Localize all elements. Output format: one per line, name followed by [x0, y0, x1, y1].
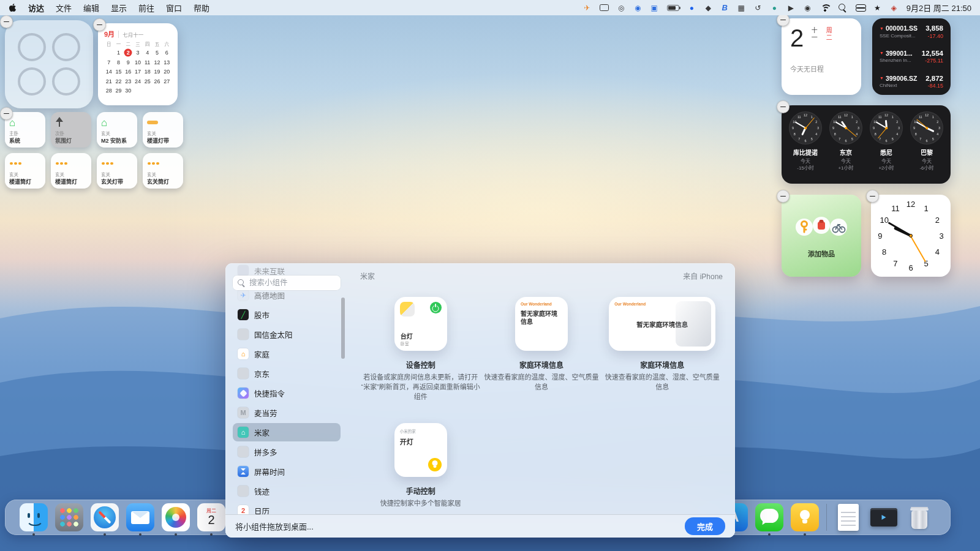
- remove-widget-button[interactable]: [777, 13, 790, 26]
- screen-mirroring-icon[interactable]: ◎: [617, 3, 625, 13]
- bitwarden-icon[interactable]: B: [721, 3, 729, 13]
- stock-row[interactable]: ▼399001...Shenzhen In...12,554-275.11: [880, 50, 943, 64]
- calendar-day[interactable]: 23: [123, 77, 133, 86]
- world-clock[interactable]: 123456789101112东京今天+1小时: [826, 111, 865, 178]
- calendar-day[interactable]: 2: [123, 48, 133, 58]
- search-input[interactable]: [249, 279, 336, 287]
- dock-calendar[interactable]: 周二2: [197, 503, 225, 531]
- calendar-day[interactable]: 22: [114, 77, 124, 86]
- dock-finder[interactable]: [20, 503, 48, 531]
- dock-trash[interactable]: [905, 503, 933, 531]
- calendar-day[interactable]: 5: [153, 48, 162, 58]
- sidebar-item[interactable]: 拼多多: [233, 443, 341, 461]
- world-clock-widget[interactable]: 123456789101112库比提诺今天-15小时12345678910111…: [782, 105, 951, 184]
- account-icon[interactable]: ◉: [804, 3, 812, 13]
- dock-safari[interactable]: [91, 503, 119, 531]
- menubar-menu[interactable]: 前往: [138, 2, 154, 13]
- remove-widget-button[interactable]: [93, 18, 106, 31]
- calendar-day[interactable]: 6: [162, 48, 172, 58]
- remove-widget-button[interactable]: [777, 100, 790, 113]
- calendar-day[interactable]: 20: [162, 67, 172, 77]
- menubar-menu[interactable]: 显示: [111, 2, 127, 13]
- calendar-day[interactable]: 3: [133, 48, 143, 58]
- calendar-day[interactable]: 21: [104, 77, 114, 86]
- dock-photos[interactable]: [162, 503, 190, 531]
- env-info-wide-widget-preview[interactable]: Our Wonderland 暂无家庭环境信息: [609, 297, 715, 351]
- calendar-day[interactable]: 19: [153, 67, 162, 77]
- calendar-day[interactable]: 25: [143, 77, 153, 86]
- home-tile[interactable]: 玄关楼道筒灯: [51, 153, 91, 189]
- scene-widget-preview[interactable]: 小米的家 开灯: [394, 423, 447, 477]
- done-button[interactable]: 完成: [685, 517, 725, 535]
- menubar-menu[interactable]: 编辑: [83, 2, 99, 13]
- world-clock[interactable]: 123456789101112巴黎今天-6小时: [907, 111, 946, 178]
- remove-widget-button[interactable]: [777, 190, 790, 203]
- remove-widget-button[interactable]: [866, 190, 879, 203]
- today-calendar-widget[interactable]: 2 十一 周二 今天无日程: [782, 18, 861, 95]
- vm-window-icon[interactable]: ▣: [650, 3, 658, 13]
- window-grid-icon[interactable]: ▦: [737, 3, 745, 13]
- calendar-day[interactable]: 13: [162, 58, 172, 67]
- env-info-widget-preview[interactable]: Our Wonderland 暂无家庭环境信息: [515, 297, 568, 351]
- sidebar-item[interactable]: 2日历: [233, 501, 341, 514]
- calendar-day[interactable]: 16: [123, 67, 133, 77]
- calendar-day[interactable]: 4: [143, 48, 153, 58]
- display-icon[interactable]: [600, 4, 609, 11]
- control-center-icon[interactable]: [856, 4, 865, 12]
- menubar-menu[interactable]: 窗口: [166, 2, 182, 13]
- telegram-icon[interactable]: ✈: [583, 3, 591, 13]
- star-icon[interactable]: ★: [873, 3, 881, 13]
- docker-icon[interactable]: ●: [688, 3, 696, 13]
- calendar-day[interactable]: 9: [123, 58, 133, 67]
- home-tile[interactable]: 玄关玄关灯带: [97, 153, 137, 189]
- calendar-day[interactable]: 12: [153, 58, 162, 67]
- apps-grid-icon[interactable]: ◈: [890, 3, 898, 13]
- play-icon[interactable]: ▶: [787, 3, 795, 13]
- analog-clock-widget[interactable]: 123456789101112: [871, 195, 951, 277]
- calendar-day[interactable]: 7: [104, 58, 114, 67]
- dock-screenshot[interactable]: [870, 503, 898, 531]
- home-scenes-widget[interactable]: [5, 20, 93, 108]
- calendar-day[interactable]: 27: [162, 77, 172, 86]
- sidebar-item[interactable]: 屏幕时间: [233, 462, 341, 481]
- home-tile[interactable]: 玄关楼道筒灯: [5, 153, 45, 189]
- world-clock[interactable]: 123456789101112悉尼今天+2小时: [867, 111, 906, 178]
- dock-notes[interactable]: [791, 503, 819, 531]
- calendar-day[interactable]: 15: [114, 67, 124, 77]
- stock-row[interactable]: ▼399006.SZChiNext2,872-84.15: [880, 75, 943, 89]
- calendar-day[interactable]: 26: [153, 77, 162, 86]
- home-tile[interactable]: ⌂玄关M2 安防系: [97, 112, 137, 148]
- calendar-day[interactable]: 14: [104, 67, 114, 77]
- sidebar-item[interactable]: 未来互联: [233, 266, 341, 276]
- menubar-menu[interactable]: 帮助: [194, 2, 209, 13]
- dock-mail[interactable]: [126, 503, 154, 531]
- widget-search[interactable]: [233, 276, 341, 290]
- sidebar-item[interactable]: M麦当劳: [233, 403, 341, 422]
- disk-icon[interactable]: ◆: [704, 3, 712, 13]
- sidebar-item[interactable]: 京东: [233, 364, 341, 383]
- stock-row[interactable]: ▼000001.SSSSE Composit...3,858-17.40: [880, 24, 943, 39]
- sidebar-item[interactable]: 钱迹: [233, 482, 341, 500]
- calendar-day[interactable]: 10: [133, 58, 143, 67]
- apple-logo-icon[interactable]: [9, 3, 17, 12]
- search-icon[interactable]: [839, 4, 847, 12]
- sidebar-item[interactable]: 快捷指令: [233, 384, 341, 402]
- sidebar-item[interactable]: ╱股市: [233, 305, 341, 324]
- stocks-widget[interactable]: ▼000001.SSSSE Composit...3,858-17.40▼399…: [872, 18, 951, 95]
- battery-icon[interactable]: [667, 5, 679, 11]
- dock-messages[interactable]: [755, 503, 783, 531]
- calendar-day[interactable]: 1: [114, 48, 124, 58]
- remove-widget-button[interactable]: [0, 15, 13, 28]
- menubar-menu[interactable]: 文件: [56, 2, 72, 13]
- home-tile[interactable]: 玄关楼道灯带: [143, 112, 183, 148]
- home-tile[interactable]: 玄关玄关筒灯: [143, 153, 183, 189]
- sidebar-item[interactable]: ⌂米家: [233, 423, 341, 441]
- home-tile[interactable]: 次卧氛围灯: [51, 112, 91, 148]
- calendar-widget[interactable]: 9月 七月十一 日一二三四五六1234567891011121314151617…: [98, 23, 178, 105]
- calendar-day[interactable]: [104, 48, 114, 58]
- world-clock[interactable]: 123456789101112库比提诺今天-15小时: [786, 111, 825, 178]
- sidebar-item[interactable]: ⌂家庭: [233, 345, 341, 363]
- dock-launchpad[interactable]: [55, 503, 83, 531]
- sidebar-item[interactable]: 国信金太阳: [233, 325, 341, 343]
- calendar-day[interactable]: 11: [143, 58, 153, 67]
